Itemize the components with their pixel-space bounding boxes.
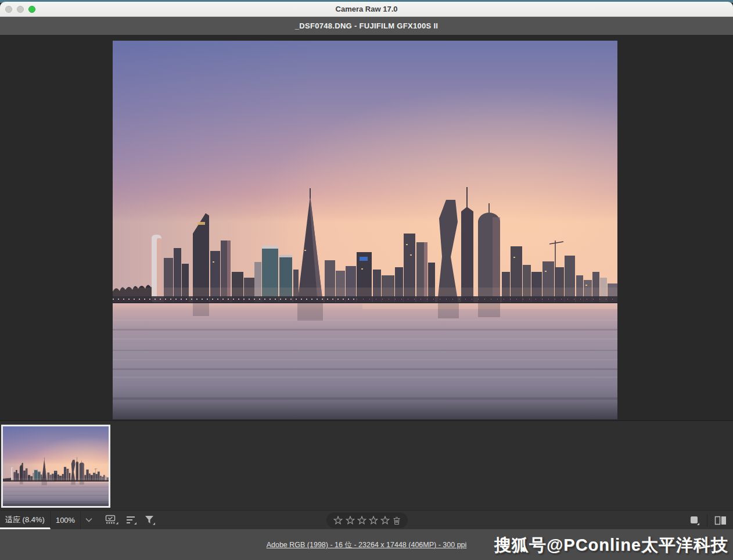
thumbnail-options-icon [105, 514, 118, 526]
star-icon [357, 516, 366, 525]
camera-raw-window: Camera Raw 17.0 _DSF0748.DNG - FUJIFILM … [0, 0, 733, 560]
star-5-button[interactable] [380, 516, 390, 525]
window-title: Camera Raw 17.0 [0, 5, 733, 13]
zoom-fit-label: 适应 (8.4%) [5, 515, 45, 525]
traffic-light-buttons [5, 2, 35, 16]
filter-funnel-icon [144, 514, 156, 526]
star-icon [369, 516, 378, 525]
file-info-bar: _DSF0748.DNG - FUJIFILM GFX100S II [0, 17, 733, 35]
view-controls [689, 511, 727, 530]
star-icon [346, 516, 355, 525]
delete-button[interactable] [393, 516, 401, 525]
sort-order-button[interactable] [125, 514, 137, 526]
star-1-button[interactable] [333, 516, 343, 525]
thumbnail-options-button[interactable] [105, 514, 118, 526]
star-2-button[interactable] [346, 516, 355, 525]
window-titlebar: Camera Raw 17.0 [0, 2, 733, 17]
bottom-toolbar: 适应 (8.4%) 100% [0, 510, 733, 529]
image-info-link[interactable]: Adobe RGB (1998) - 16 位 - 23264 x 17448 … [267, 540, 467, 551]
star-3-button[interactable] [357, 516, 366, 525]
thumbnail-image [3, 426, 109, 506]
watermark-text: 搜狐号@PConline太平洋科技 [494, 534, 728, 557]
before-after-button[interactable] [714, 516, 727, 525]
before-after-icon [714, 516, 727, 525]
preview-canvas [0, 35, 733, 420]
preview-square-icon [689, 515, 700, 526]
filter-button[interactable] [144, 514, 156, 526]
rating-pill [326, 512, 408, 528]
zoom-fit-tab[interactable]: 适应 (8.4%) [0, 511, 51, 529]
chevron-down-icon [85, 518, 92, 522]
close-button[interactable] [5, 6, 12, 13]
filmstrip-thumbnail-selected[interactable] [1, 425, 110, 508]
cityscape-photo [113, 41, 617, 419]
zoom-preset-menu[interactable] [81, 511, 97, 529]
file-info-text: _DSF0748.DNG - FUJIFILM GFX100S II [295, 21, 438, 30]
star-icon [333, 516, 343, 525]
filmstrip [0, 420, 733, 510]
zoom-100-label: 100% [56, 516, 75, 525]
trash-icon [393, 516, 401, 525]
filmstrip-tool-icons [105, 511, 156, 529]
sort-order-icon [125, 514, 137, 526]
star-icon [380, 516, 390, 525]
zoom-100-tab[interactable]: 100% [51, 511, 81, 529]
preview-options-button[interactable] [689, 515, 700, 526]
zoom-button[interactable] [28, 6, 35, 13]
star-4-button[interactable] [369, 516, 378, 525]
toolbar-divider [707, 514, 707, 527]
minimize-button[interactable] [17, 6, 24, 13]
main-image-preview[interactable] [113, 41, 617, 419]
